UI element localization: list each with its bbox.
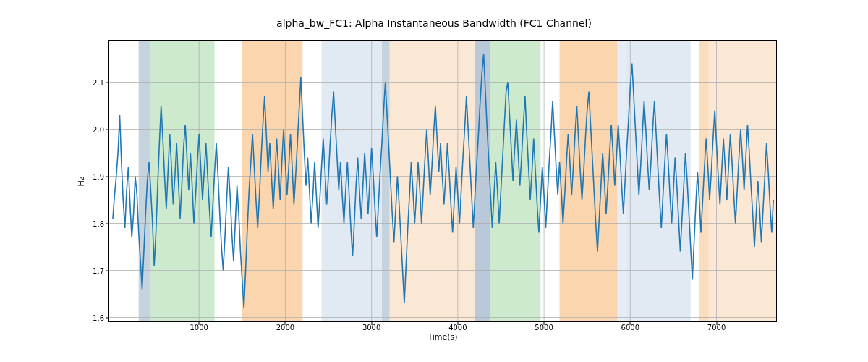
x-tick-mark [371,322,372,325]
chart-axes: Time(s) Hz 1000200030004000500060007000 … [109,40,777,322]
x-tick-mark [199,322,200,325]
x-tick-mark [630,322,631,325]
y-tick-mark [106,317,109,318]
figure: alpha_bw_FC1: Alpha Instantaneous Bandwi… [0,0,868,362]
x-tick-mark [716,322,717,325]
y-tick-mark [106,223,109,224]
x-tick-mark [457,322,458,325]
y-tick-label: 1.6 [75,313,104,321]
y-tick-mark [106,270,109,271]
y-tick-label: 1.9 [75,172,104,180]
x-axis-label: Time(s) [109,332,777,342]
chart-svg [109,40,777,322]
y-tick-mark [106,176,109,177]
x-tick-mark [544,322,545,325]
y-tick-mark [106,82,109,83]
y-tick-label: 1.7 [75,266,104,274]
y-tick-mark [106,129,109,130]
y-tick-label: 2.1 [75,78,104,86]
y-tick-label: 2.0 [75,125,104,133]
chart-title: alpha_bw_FC1: Alpha Instantaneous Bandwi… [0,17,868,29]
y-tick-label: 1.8 [75,219,104,227]
x-tick-mark [285,322,286,325]
